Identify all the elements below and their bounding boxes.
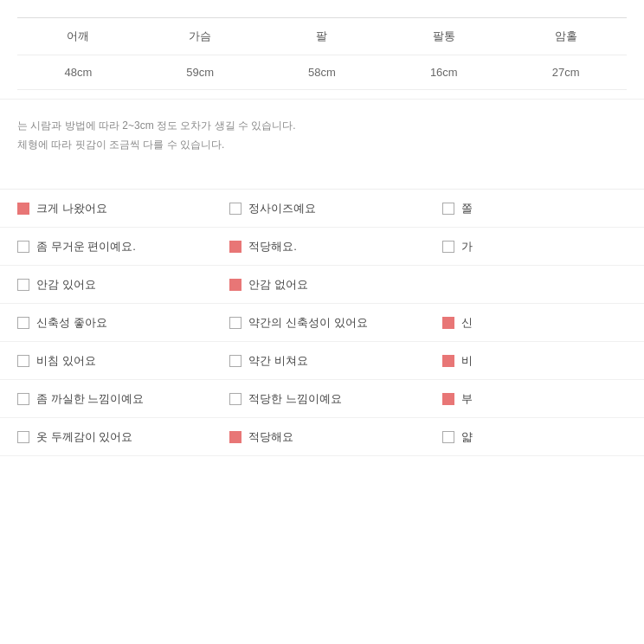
- label-light: 가: [461, 239, 473, 254]
- review-cell-lining-no: 안감 없어요: [219, 268, 431, 301]
- checkbox-filled-icon-4: [442, 317, 454, 329]
- checkbox-empty-icon-7: [229, 317, 242, 329]
- label-stretch-none: 신: [461, 315, 473, 331]
- review-cell-heavy: 좀 무거운 편이예요.: [0, 230, 219, 263]
- col-header-shoulder: 어깨: [17, 18, 139, 55]
- val-shoulder: 48cm: [17, 55, 139, 90]
- label-small: 쫄: [461, 201, 473, 216]
- val-chest: 59cm: [139, 55, 261, 90]
- review-cell-texture-ok: 적당한 느낌이예요: [219, 383, 431, 415]
- review-cell-stretch-none: 신: [432, 306, 644, 339]
- label-rough: 좀 까실한 느낌이예요: [36, 391, 144, 407]
- review-cell-sheer-some: 약간 비쳐요: [219, 345, 431, 377]
- label-heavy: 좀 무거운 편이예요.: [36, 239, 136, 254]
- review-row-size: 크게 나왔어요 정사이즈예요 쫄: [0, 190, 644, 228]
- review-row-texture: 좀 까실한 느낌이예요 적당한 느낌이예요 부: [0, 380, 644, 418]
- val-armhole: 27cm: [505, 55, 627, 90]
- review-cell-stretch-some: 약간의 신축성이 있어요: [219, 306, 431, 339]
- review-cell-normal: 정사이즈예요: [219, 192, 431, 225]
- review-cell-small: 쫄: [432, 192, 644, 225]
- checkbox-empty-icon-11: [229, 393, 242, 405]
- review-row-weight: 좀 무거운 편이예요. 적당해요. 가: [0, 228, 644, 266]
- review-cell-lining-yes: 안감 있어요: [0, 268, 219, 301]
- review-cell-light: 가: [432, 230, 644, 263]
- review-cell-thick: 옷 두께감이 있어요: [0, 421, 219, 454]
- col-header-armhole: 암홀: [505, 18, 627, 55]
- measurements-table: 어깨 가슴 팔 팔통 암홀 48cm 59cm 58cm 16cm 27cm: [17, 17, 627, 90]
- label-sheer-yes: 비침 있어요: [36, 353, 96, 369]
- label-stretch-some: 약간의 신축성이 있어요: [248, 315, 367, 331]
- label-lining-no: 안감 없어요: [248, 277, 308, 293]
- checkbox-filled-icon-5: [442, 355, 454, 367]
- checkbox-empty-icon-9: [229, 355, 242, 367]
- col-header-chest: 가슴: [139, 18, 261, 55]
- label-weight-ok: 적당해요.: [248, 239, 297, 254]
- label-lining-yes: 안감 있어요: [36, 277, 96, 293]
- measurement-row: 48cm 59cm 58cm 16cm 27cm: [17, 55, 627, 90]
- review-row-thickness: 옷 두께감이 있어요 적당해요 얇: [0, 418, 644, 456]
- checkbox-empty-icon-4: [442, 241, 454, 253]
- review-cell-lining-empty: [432, 276, 644, 293]
- label-texture-ok: 적당한 느낌이예요: [248, 391, 342, 407]
- checkbox-filled-icon-7: [229, 431, 242, 443]
- review-row-sheer: 비침 있어요 약간 비쳐요 비: [0, 342, 644, 380]
- notice-line-1: 는 시람과 방법에 따라 2~3cm 정도 오차가 생길 수 있습니다.: [17, 117, 627, 136]
- review-row-stretch: 신축성 좋아요 약간의 신축성이 있어요 신: [0, 304, 644, 342]
- label-thin: 얇: [461, 429, 473, 445]
- notice-line-2: 체형에 따라 핏감이 조금씩 다를 수 있습니다.: [17, 136, 627, 155]
- notice-section: 는 시람과 방법에 따라 2~3cm 정도 오차가 생길 수 있습니다. 체형에…: [0, 99, 644, 180]
- review-row-lining: 안감 있어요 안감 없어요: [0, 266, 644, 304]
- checkbox-empty-icon-13: [442, 431, 454, 443]
- label-soft: 부: [461, 391, 473, 407]
- review-cell-thin: 얇: [432, 421, 644, 454]
- review-cell-sheer-none: 비: [432, 345, 644, 377]
- notice-text: 는 시람과 방법에 따라 2~3cm 정도 오차가 생길 수 있습니다. 체형에…: [17, 117, 627, 154]
- checkbox-empty-icon-12: [17, 431, 29, 443]
- checkbox-filled-icon-3: [229, 279, 242, 291]
- review-section: 크게 나왔어요 정사이즈예요 쫄 좀 무거운 편이예요. 적당해요.: [0, 189, 644, 456]
- review-cell-rough: 좀 까실한 느낌이예요: [0, 383, 219, 415]
- label-sheer-none: 비: [461, 353, 473, 369]
- label-sheer-some: 약간 비쳐요: [248, 353, 308, 369]
- checkbox-filled-icon-6: [442, 393, 454, 405]
- checkbox-empty-icon-3: [17, 241, 29, 253]
- col-header-armhole-w: 팔통: [383, 18, 505, 55]
- label-normal-size: 정사이즈예요: [248, 201, 316, 216]
- val-armhole-w: 16cm: [383, 55, 505, 90]
- label-big: 크게 나왔어요: [36, 201, 107, 216]
- review-cell-soft: 부: [432, 383, 644, 415]
- measurements-section: 어깨 가슴 팔 팔통 암홀 48cm 59cm 58cm 16cm 27cm: [0, 0, 644, 90]
- checkbox-empty-icon-10: [17, 393, 29, 405]
- checkbox-filled-icon: [17, 203, 29, 215]
- review-cell-big: 크게 나왔어요: [0, 192, 219, 225]
- review-cell-thickness-ok: 적당해요: [219, 421, 431, 454]
- checkbox-empty-icon: [229, 203, 242, 215]
- col-header-arm: 팔: [261, 18, 383, 55]
- checkbox-filled-icon-2: [229, 241, 242, 253]
- label-thick: 옷 두께감이 있어요: [36, 429, 132, 445]
- label-stretch-good: 신축성 좋아요: [36, 315, 107, 331]
- review-cell-stretch-good: 신축성 좋아요: [0, 306, 219, 339]
- checkbox-empty-icon-8: [17, 355, 29, 367]
- review-cell-sheer-yes: 비침 있어요: [0, 345, 219, 377]
- label-thickness-ok: 적당해요: [248, 429, 293, 445]
- page-container: 어깨 가슴 팔 팔통 암홀 48cm 59cm 58cm 16cm 27cm: [0, 0, 644, 456]
- checkbox-empty-icon-2: [442, 203, 454, 215]
- checkbox-empty-icon-5: [17, 279, 29, 291]
- val-arm: 58cm: [261, 55, 383, 90]
- checkbox-empty-icon-6: [17, 317, 29, 329]
- review-cell-weight-ok: 적당해요.: [219, 230, 431, 263]
